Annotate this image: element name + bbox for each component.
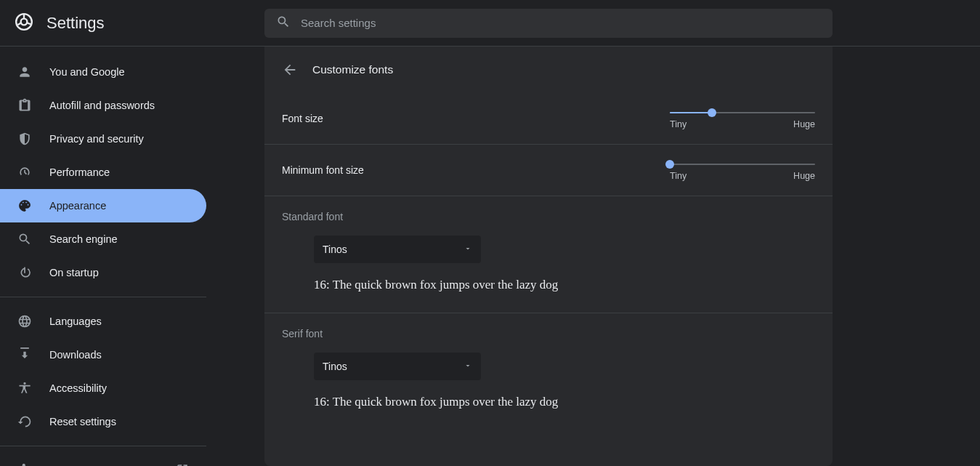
power-icon (17, 265, 32, 280)
app-header: Settings (0, 0, 980, 47)
chevron-down-icon (463, 361, 472, 372)
sidebar-item-label: Accessibility (49, 382, 107, 394)
sidebar-item-label: Autofill and passwords (49, 100, 155, 111)
slider-max-label: Huge (793, 119, 815, 129)
standard-font-select[interactable]: Tinos (314, 236, 481, 263)
font-size-slider[interactable]: Tiny Huge (670, 108, 815, 129)
sidebar-divider (0, 297, 206, 297)
search-input[interactable] (301, 17, 821, 29)
accessibility-icon (17, 381, 32, 395)
search-container[interactable] (264, 9, 833, 38)
shield-icon (17, 132, 32, 146)
sidebar-item-label: Downloads (49, 349, 102, 361)
slider-max-label: Huge (793, 171, 815, 181)
sidebar-item-label: Reset settings (49, 416, 116, 427)
sidebar-item-label: Performance (49, 166, 110, 178)
font-size-label: Font size (282, 113, 323, 124)
clipboard-icon (17, 98, 32, 113)
section-standard-font: Standard font Tinos 16: The quick brown … (264, 196, 833, 313)
min-font-size-slider[interactable]: Tiny Huge (670, 159, 815, 181)
sidebar-item-search-engine[interactable]: Search engine (0, 222, 206, 256)
svg-point-1 (21, 19, 28, 25)
chrome-icon (15, 12, 33, 33)
sidebar-item-on-startup[interactable]: On startup (0, 256, 206, 289)
serif-font-value: Tinos (323, 361, 347, 372)
sidebar-item-privacy[interactable]: Privacy and security (0, 122, 206, 156)
search-icon (276, 15, 291, 31)
download-icon (17, 348, 32, 362)
sidebar-item-label: Languages (49, 316, 102, 327)
sidebar-item-languages[interactable]: Languages (0, 305, 206, 338)
main-column: Customize fonts Font size Tiny Huge (206, 47, 980, 466)
sidebar-item-label: On startup (49, 267, 99, 278)
back-button[interactable] (282, 62, 298, 78)
sidebar-item-label: You and Google (49, 66, 124, 78)
speedometer-icon (17, 165, 32, 180)
sidebar-item-downloads[interactable]: Downloads (0, 338, 206, 371)
globe-icon (17, 314, 32, 329)
app-title: Settings (46, 14, 105, 33)
slider-min-label: Tiny (670, 171, 687, 181)
sidebar-item-label: Privacy and security (49, 133, 144, 145)
sidebar-item-reset[interactable]: Reset settings (0, 405, 206, 438)
open-external-icon (176, 463, 189, 467)
palette-icon (17, 198, 32, 213)
settings-panel: Customize fonts Font size Tiny Huge (264, 47, 833, 466)
sidebar-item-extensions[interactable]: Extensions (0, 454, 206, 466)
standard-font-value: Tinos (323, 244, 347, 255)
sidebar-divider (0, 446, 206, 446)
standard-font-title: Standard font (282, 211, 815, 222)
app-logo-block: Settings (15, 12, 264, 33)
sidebar-item-you-and-google[interactable]: You and Google (0, 55, 206, 89)
sidebar-item-autofill[interactable]: Autofill and passwords (0, 89, 206, 122)
sidebar-item-appearance[interactable]: Appearance (0, 189, 206, 222)
search-icon (17, 232, 32, 246)
extension-icon (17, 463, 32, 466)
standard-font-preview: 16: The quick brown fox jumps over the l… (314, 278, 815, 292)
person-icon (17, 65, 32, 79)
serif-font-title: Serif font (282, 328, 815, 340)
panel-header: Customize fonts (264, 47, 833, 93)
serif-font-select[interactable]: Tinos (314, 353, 481, 380)
sidebar-item-label: Search engine (49, 233, 118, 245)
serif-font-preview: 16: The quick brown fox jumps over the l… (314, 395, 815, 409)
settings-sidebar: You and Google Autofill and passwords Pr… (0, 47, 206, 466)
slider-min-label: Tiny (670, 119, 687, 129)
sidebar-item-performance[interactable]: Performance (0, 156, 206, 189)
chevron-down-icon (463, 244, 472, 255)
section-serif-font: Serif font Tinos 16: The quick brown fox… (264, 313, 833, 430)
sidebar-item-accessibility[interactable]: Accessibility (0, 371, 206, 405)
row-min-font-size: Minimum font size Tiny Huge (264, 145, 833, 196)
min-font-size-label: Minimum font size (282, 164, 364, 176)
reset-icon (17, 414, 32, 429)
row-font-size: Font size Tiny Huge (264, 93, 833, 145)
panel-title: Customize fonts (312, 63, 393, 76)
sidebar-item-label: Appearance (49, 200, 106, 212)
